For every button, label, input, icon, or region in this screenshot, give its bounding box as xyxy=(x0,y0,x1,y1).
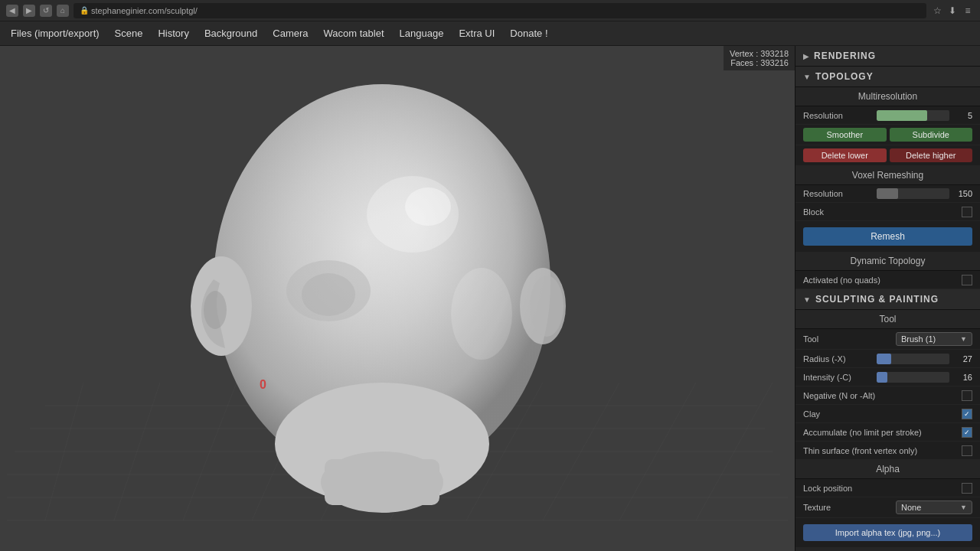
menu-language[interactable]: Language xyxy=(392,24,452,42)
block-checkbox[interactable] xyxy=(962,207,972,217)
voxel-resolution-row: Resolution 150 xyxy=(795,185,980,203)
radius-slider[interactable] xyxy=(877,354,950,364)
main-layout: Vertex : 393218 Faces : 393216 xyxy=(0,46,980,551)
menu-background[interactable]: Background xyxy=(197,24,265,42)
multiresolution-label: Multiresolution xyxy=(795,87,980,106)
activated-label: Activated (no quads) xyxy=(803,276,962,285)
texture-dropdown-arrow-icon: ▼ xyxy=(960,504,967,511)
reload-button[interactable]: ↺ xyxy=(40,5,52,17)
radius-fill xyxy=(877,354,891,364)
delete-lower-button[interactable]: Delete lower xyxy=(803,148,887,162)
menu-icon[interactable]: ≡ xyxy=(962,5,974,17)
download-icon[interactable]: ⬇ xyxy=(946,5,959,17)
dropdown-arrow-icon: ▼ xyxy=(960,335,967,343)
resolution-row: Resolution 5 xyxy=(795,106,980,125)
faces-count: Faces : 393216 xyxy=(730,58,789,67)
alpha-section-label: Alpha xyxy=(795,460,980,479)
head-model-svg: 0 xyxy=(0,46,795,551)
topology-section-header[interactable]: ▼ TOPOLOGY xyxy=(795,67,980,87)
menu-extra-ui[interactable]: Extra UI xyxy=(451,24,502,42)
radius-value: 27 xyxy=(949,354,972,364)
block-row: Block xyxy=(795,203,980,221)
svg-point-28 xyxy=(405,187,451,226)
intensity-label: Intensity (-C) xyxy=(803,373,877,382)
bookmark-icon[interactable]: ☆ xyxy=(931,5,943,17)
right-panel: ▶ RENDERING ▼ TOPOLOGY Multiresolution R… xyxy=(795,46,980,551)
voxel-resolution-label: Resolution xyxy=(803,189,877,198)
svg-point-24 xyxy=(530,276,564,337)
activated-row: Activated (no quads) xyxy=(795,271,980,289)
home-button[interactable]: ⌂ xyxy=(57,5,69,17)
smoother-button[interactable]: Smoother xyxy=(803,128,887,142)
lock-position-checkbox[interactable] xyxy=(962,483,972,494)
dynamic-topology-label: Dynamic Topology xyxy=(795,252,980,271)
accumulate-checkbox[interactable] xyxy=(962,427,972,438)
intensity-fill xyxy=(877,372,887,383)
radius-row: Radius (-X) 27 xyxy=(795,350,980,368)
thin-surface-row: Thin surface (front vertex only) xyxy=(795,442,980,460)
menu-files[interactable]: Files (import/export) xyxy=(3,24,107,42)
remesh-button-container: Remesh xyxy=(795,221,980,252)
intensity-slider[interactable] xyxy=(877,372,950,383)
import-alpha-container: Import alpha tex (jpg, png...) xyxy=(795,518,980,547)
negative-checkbox[interactable] xyxy=(962,390,972,401)
intensity-row: Intensity (-C) 16 xyxy=(795,368,980,386)
tool-row: Tool Brush (1) ▼ xyxy=(795,329,980,350)
menu-history[interactable]: History xyxy=(150,24,196,42)
menu-bar: Files (import/export) Scene History Back… xyxy=(0,21,980,46)
remesh-button[interactable]: Remesh xyxy=(803,227,972,246)
lock-position-row: Lock position xyxy=(795,479,980,497)
rendering-section-header[interactable]: ▶ RENDERING xyxy=(795,46,980,67)
vertex-info: Vertex : 393218 Faces : 393216 xyxy=(724,46,795,70)
clay-row: Clay xyxy=(795,405,980,423)
menu-camera[interactable]: Camera xyxy=(265,24,315,42)
voxel-track xyxy=(877,188,950,199)
thin-surface-checkbox[interactable] xyxy=(962,445,972,456)
accumulate-row: Accumulate (no limit per stroke) xyxy=(795,423,980,442)
voxel-fill xyxy=(877,188,899,199)
sculpting-arrow-icon: ▼ xyxy=(803,295,811,304)
sculpting-title: SCULPTING & PAINTING xyxy=(815,294,939,305)
sculpting-section-header[interactable]: ▼ SCULPTING & PAINTING xyxy=(795,289,980,310)
menu-scene[interactable]: Scene xyxy=(107,24,151,42)
svg-rect-20 xyxy=(325,459,439,505)
texture-dropdown[interactable]: None ▼ xyxy=(896,500,972,514)
forward-button[interactable]: ▶ xyxy=(23,5,35,17)
voxel-resolution-value: 150 xyxy=(949,189,972,198)
resolution-slider[interactable] xyxy=(877,110,950,121)
subdivide-button[interactable]: Subdivide xyxy=(890,128,973,142)
lock-position-label: Lock position xyxy=(803,484,962,493)
topology-arrow-icon: ▼ xyxy=(803,73,811,81)
rendering-arrow-icon: ▶ xyxy=(803,52,809,60)
accumulate-label: Accumulate (no limit per stroke) xyxy=(803,428,962,437)
intensity-value: 16 xyxy=(949,373,972,382)
menu-donate[interactable]: Donate ! xyxy=(502,24,555,42)
browser-chrome: ◀ ▶ ↺ ⌂ 🔒 stephaneginier.com/sculptgl/ ☆… xyxy=(0,0,980,21)
import-alpha-button[interactable]: Import alpha tex (jpg, png...) xyxy=(803,524,972,541)
tool-dropdown[interactable]: Brush (1) ▼ xyxy=(896,332,972,346)
negative-label: Negative (N or -Alt) xyxy=(803,391,962,400)
viewport[interactable]: Vertex : 393218 Faces : 393216 xyxy=(0,46,795,551)
vertex-count: Vertex : 393218 xyxy=(730,49,789,58)
activated-checkbox[interactable] xyxy=(962,275,972,285)
svg-point-29 xyxy=(451,268,512,360)
voxel-resolution-slider[interactable] xyxy=(877,188,950,199)
block-label: Block xyxy=(803,207,962,217)
resolution-track xyxy=(877,110,950,121)
delete-buttons-row: Delete lower Delete higher xyxy=(795,145,980,166)
menu-wacom[interactable]: Wacom tablet xyxy=(316,24,392,42)
back-button[interactable]: ◀ xyxy=(6,5,18,17)
svg-point-26 xyxy=(204,291,227,329)
negative-row: Negative (N or -Alt) xyxy=(795,386,980,405)
browser-icon-group: ☆ ⬇ ≡ xyxy=(931,5,974,17)
clay-checkbox[interactable] xyxy=(962,409,972,419)
clay-label: Clay xyxy=(803,409,962,419)
radius-label: Radius (-X) xyxy=(803,354,877,364)
delete-higher-button[interactable]: Delete higher xyxy=(890,148,973,162)
tool-label: Tool xyxy=(803,334,896,344)
url-bar[interactable]: 🔒 stephaneginier.com/sculptgl/ xyxy=(74,3,926,18)
intensity-track xyxy=(877,372,950,383)
thin-surface-label: Thin surface (front vertex only) xyxy=(803,446,962,455)
rendering-title: RENDERING xyxy=(814,51,876,61)
resolution-value: 5 xyxy=(949,111,972,120)
